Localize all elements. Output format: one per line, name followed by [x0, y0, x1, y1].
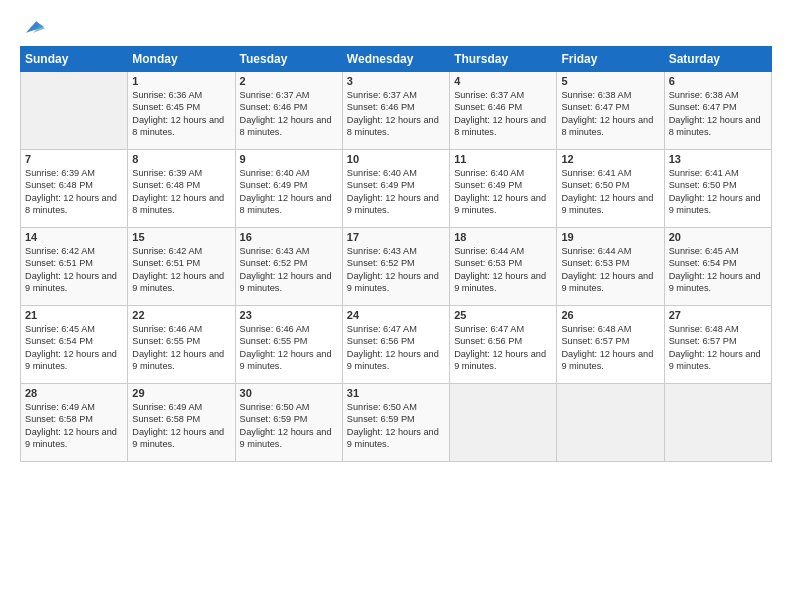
cell-content: Sunrise: 6:49 AMSunset: 6:58 PMDaylight:… [132, 401, 230, 451]
day-number: 23 [240, 309, 338, 321]
cell-content: Sunrise: 6:45 AMSunset: 6:54 PMDaylight:… [25, 323, 123, 373]
calendar-cell: 30Sunrise: 6:50 AMSunset: 6:59 PMDayligh… [235, 384, 342, 462]
logo-icon [23, 16, 45, 38]
weekday-header-friday: Friday [557, 47, 664, 72]
day-number: 12 [561, 153, 659, 165]
page-container: SundayMondayTuesdayWednesdayThursdayFrid… [0, 0, 792, 472]
day-number: 5 [561, 75, 659, 87]
calendar-cell [557, 384, 664, 462]
calendar-cell: 31Sunrise: 6:50 AMSunset: 6:59 PMDayligh… [342, 384, 449, 462]
day-number: 16 [240, 231, 338, 243]
calendar-cell: 4Sunrise: 6:37 AMSunset: 6:46 PMDaylight… [450, 72, 557, 150]
cell-content: Sunrise: 6:37 AMSunset: 6:46 PMDaylight:… [454, 89, 552, 139]
calendar-cell: 21Sunrise: 6:45 AMSunset: 6:54 PMDayligh… [21, 306, 128, 384]
calendar-cell: 6Sunrise: 6:38 AMSunset: 6:47 PMDaylight… [664, 72, 771, 150]
calendar-cell: 29Sunrise: 6:49 AMSunset: 6:58 PMDayligh… [128, 384, 235, 462]
calendar-cell [21, 72, 128, 150]
cell-content: Sunrise: 6:38 AMSunset: 6:47 PMDaylight:… [669, 89, 767, 139]
cell-content: Sunrise: 6:49 AMSunset: 6:58 PMDaylight:… [25, 401, 123, 451]
cell-content: Sunrise: 6:42 AMSunset: 6:51 PMDaylight:… [25, 245, 123, 295]
cell-content: Sunrise: 6:36 AMSunset: 6:45 PMDaylight:… [132, 89, 230, 139]
calendar-cell: 27Sunrise: 6:48 AMSunset: 6:57 PMDayligh… [664, 306, 771, 384]
cell-content: Sunrise: 6:43 AMSunset: 6:52 PMDaylight:… [347, 245, 445, 295]
calendar-cell: 17Sunrise: 6:43 AMSunset: 6:52 PMDayligh… [342, 228, 449, 306]
day-number: 11 [454, 153, 552, 165]
day-number: 19 [561, 231, 659, 243]
day-number: 25 [454, 309, 552, 321]
calendar-cell: 8Sunrise: 6:39 AMSunset: 6:48 PMDaylight… [128, 150, 235, 228]
cell-content: Sunrise: 6:44 AMSunset: 6:53 PMDaylight:… [561, 245, 659, 295]
cell-content: Sunrise: 6:40 AMSunset: 6:49 PMDaylight:… [454, 167, 552, 217]
weekday-header-thursday: Thursday [450, 47, 557, 72]
calendar-cell: 26Sunrise: 6:48 AMSunset: 6:57 PMDayligh… [557, 306, 664, 384]
day-number: 31 [347, 387, 445, 399]
day-number: 22 [132, 309, 230, 321]
day-number: 28 [25, 387, 123, 399]
cell-content: Sunrise: 6:50 AMSunset: 6:59 PMDaylight:… [240, 401, 338, 451]
cell-content: Sunrise: 6:37 AMSunset: 6:46 PMDaylight:… [347, 89, 445, 139]
calendar-cell: 3Sunrise: 6:37 AMSunset: 6:46 PMDaylight… [342, 72, 449, 150]
calendar-week-row: 1Sunrise: 6:36 AMSunset: 6:45 PMDaylight… [21, 72, 772, 150]
day-number: 27 [669, 309, 767, 321]
calendar-cell: 14Sunrise: 6:42 AMSunset: 6:51 PMDayligh… [21, 228, 128, 306]
cell-content: Sunrise: 6:41 AMSunset: 6:50 PMDaylight:… [669, 167, 767, 217]
cell-content: Sunrise: 6:39 AMSunset: 6:48 PMDaylight:… [25, 167, 123, 217]
page-header [20, 16, 772, 36]
calendar-cell: 28Sunrise: 6:49 AMSunset: 6:58 PMDayligh… [21, 384, 128, 462]
cell-content: Sunrise: 6:47 AMSunset: 6:56 PMDaylight:… [347, 323, 445, 373]
weekday-header-tuesday: Tuesday [235, 47, 342, 72]
day-number: 6 [669, 75, 767, 87]
calendar-cell: 7Sunrise: 6:39 AMSunset: 6:48 PMDaylight… [21, 150, 128, 228]
weekday-header-saturday: Saturday [664, 47, 771, 72]
day-number: 17 [347, 231, 445, 243]
day-number: 10 [347, 153, 445, 165]
calendar-cell: 24Sunrise: 6:47 AMSunset: 6:56 PMDayligh… [342, 306, 449, 384]
day-number: 20 [669, 231, 767, 243]
calendar-week-row: 14Sunrise: 6:42 AMSunset: 6:51 PMDayligh… [21, 228, 772, 306]
cell-content: Sunrise: 6:44 AMSunset: 6:53 PMDaylight:… [454, 245, 552, 295]
weekday-header-monday: Monday [128, 47, 235, 72]
calendar-cell [450, 384, 557, 462]
calendar-cell: 18Sunrise: 6:44 AMSunset: 6:53 PMDayligh… [450, 228, 557, 306]
calendar-cell: 5Sunrise: 6:38 AMSunset: 6:47 PMDaylight… [557, 72, 664, 150]
cell-content: Sunrise: 6:50 AMSunset: 6:59 PMDaylight:… [347, 401, 445, 451]
calendar-cell: 11Sunrise: 6:40 AMSunset: 6:49 PMDayligh… [450, 150, 557, 228]
day-number: 14 [25, 231, 123, 243]
calendar-cell: 25Sunrise: 6:47 AMSunset: 6:56 PMDayligh… [450, 306, 557, 384]
calendar-cell: 23Sunrise: 6:46 AMSunset: 6:55 PMDayligh… [235, 306, 342, 384]
cell-content: Sunrise: 6:39 AMSunset: 6:48 PMDaylight:… [132, 167, 230, 217]
day-number: 21 [25, 309, 123, 321]
day-number: 18 [454, 231, 552, 243]
calendar-cell: 10Sunrise: 6:40 AMSunset: 6:49 PMDayligh… [342, 150, 449, 228]
cell-content: Sunrise: 6:42 AMSunset: 6:51 PMDaylight:… [132, 245, 230, 295]
calendar-cell: 1Sunrise: 6:36 AMSunset: 6:45 PMDaylight… [128, 72, 235, 150]
cell-content: Sunrise: 6:47 AMSunset: 6:56 PMDaylight:… [454, 323, 552, 373]
calendar-week-row: 28Sunrise: 6:49 AMSunset: 6:58 PMDayligh… [21, 384, 772, 462]
day-number: 3 [347, 75, 445, 87]
cell-content: Sunrise: 6:43 AMSunset: 6:52 PMDaylight:… [240, 245, 338, 295]
day-number: 4 [454, 75, 552, 87]
cell-content: Sunrise: 6:41 AMSunset: 6:50 PMDaylight:… [561, 167, 659, 217]
calendar-week-row: 7Sunrise: 6:39 AMSunset: 6:48 PMDaylight… [21, 150, 772, 228]
cell-content: Sunrise: 6:38 AMSunset: 6:47 PMDaylight:… [561, 89, 659, 139]
day-number: 1 [132, 75, 230, 87]
calendar-table: SundayMondayTuesdayWednesdayThursdayFrid… [20, 46, 772, 462]
weekday-header-wednesday: Wednesday [342, 47, 449, 72]
logo [20, 16, 45, 36]
calendar-cell [664, 384, 771, 462]
calendar-cell: 16Sunrise: 6:43 AMSunset: 6:52 PMDayligh… [235, 228, 342, 306]
day-number: 13 [669, 153, 767, 165]
day-number: 8 [132, 153, 230, 165]
day-number: 26 [561, 309, 659, 321]
cell-content: Sunrise: 6:40 AMSunset: 6:49 PMDaylight:… [240, 167, 338, 217]
day-number: 30 [240, 387, 338, 399]
calendar-cell: 20Sunrise: 6:45 AMSunset: 6:54 PMDayligh… [664, 228, 771, 306]
day-number: 7 [25, 153, 123, 165]
cell-content: Sunrise: 6:48 AMSunset: 6:57 PMDaylight:… [561, 323, 659, 373]
day-number: 15 [132, 231, 230, 243]
cell-content: Sunrise: 6:37 AMSunset: 6:46 PMDaylight:… [240, 89, 338, 139]
day-number: 9 [240, 153, 338, 165]
calendar-cell: 13Sunrise: 6:41 AMSunset: 6:50 PMDayligh… [664, 150, 771, 228]
day-number: 2 [240, 75, 338, 87]
calendar-cell: 2Sunrise: 6:37 AMSunset: 6:46 PMDaylight… [235, 72, 342, 150]
